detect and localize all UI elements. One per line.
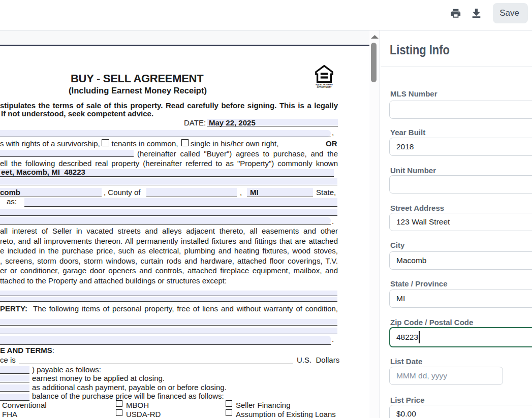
svg-text:OPPORTUNITY: OPPORTUNITY xyxy=(317,86,332,88)
